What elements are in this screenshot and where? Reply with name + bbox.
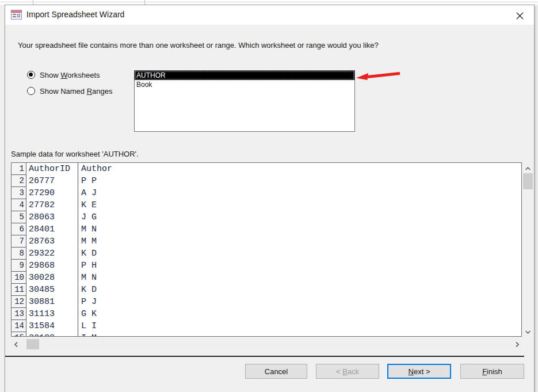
scroll-right-button[interactable] xyxy=(512,339,522,349)
cell-authorid: 30028 xyxy=(29,272,55,284)
table-row: 2 26777 P P xyxy=(12,175,521,187)
table-row: 7 28763 M M xyxy=(12,235,521,248)
radio-show-named-ranges[interactable]: Show Named Ranges xyxy=(27,86,112,96)
close-button[interactable] xyxy=(512,8,528,23)
cell-authorid: 29322 xyxy=(29,248,55,260)
row-number-cell: 13 xyxy=(11,307,26,320)
cell-authorid: 30485 xyxy=(29,284,55,296)
background-app-strip xyxy=(0,0,538,5)
vertical-scrollbar[interactable] xyxy=(523,163,533,337)
back-button[interactable]: < Back xyxy=(316,364,379,379)
screen: Import Spreadsheet Wizard Your spreadshe… xyxy=(0,0,538,392)
wizard-window-icon xyxy=(11,10,22,20)
cell-author: M M xyxy=(81,235,97,248)
row-number-cell: 5 xyxy=(11,211,26,223)
table-row: 1 AuthorID Author xyxy=(12,163,521,175)
scroll-left-button[interactable] xyxy=(11,339,21,349)
cell-author: G K xyxy=(81,308,97,320)
chevron-left-icon xyxy=(14,342,18,347)
table-row: 11 30485 K D xyxy=(12,284,521,296)
scroll-up-button[interactable] xyxy=(523,163,533,173)
cell-authorid: AuthorID xyxy=(29,163,70,175)
cell-author: K D xyxy=(81,248,97,260)
table-row: 10 30028 M N xyxy=(12,272,521,284)
table-row: 5 28063 J G xyxy=(12,211,521,223)
import-spreadsheet-wizard-dialog: Import Spreadsheet Wizard Your spreadshe… xyxy=(5,5,535,392)
table-row: 12 30881 P J xyxy=(12,296,521,308)
cell-authorid: 31584 xyxy=(29,320,55,332)
cell-authorid: 32188 xyxy=(29,332,55,337)
chevron-up-icon xyxy=(525,167,531,170)
radio-unselected-icon xyxy=(27,87,35,95)
background-divider xyxy=(33,0,33,5)
row-number-cell: 10 xyxy=(11,271,26,284)
cell-author: M N xyxy=(81,223,97,235)
close-icon xyxy=(516,12,524,20)
horizontal-scrollbar[interactable] xyxy=(11,339,522,349)
cell-author: J G xyxy=(81,211,97,223)
scroll-down-button[interactable] xyxy=(523,327,533,337)
button-area-separator xyxy=(5,356,524,357)
cell-author: P H xyxy=(81,260,97,272)
table-row: 14 31584 L I xyxy=(12,320,521,332)
table-row: 13 31113 G K xyxy=(12,308,521,320)
radio-selected-icon xyxy=(27,71,35,79)
cell-author: P P xyxy=(81,175,97,187)
cell-author: A J xyxy=(81,187,97,199)
cell-authorid: 27290 xyxy=(29,187,55,199)
window-title: Import Spreadsheet Wizard xyxy=(26,10,124,19)
table-row: 4 27782 K E xyxy=(12,199,521,211)
cell-authorid: 30881 xyxy=(29,296,55,308)
cell-author: K E xyxy=(81,199,97,211)
horizontal-scroll-thumb[interactable] xyxy=(26,339,39,349)
worksheet-list-item[interactable]: Book xyxy=(135,80,354,89)
radio-show-worksheets-label: Show Worksheets xyxy=(40,71,100,79)
worksheet-list-item[interactable]: AUTHOR xyxy=(135,71,354,80)
row-number-cell: 1 xyxy=(11,162,26,175)
worksheet-listbox[interactable]: AUTHORBook xyxy=(134,70,355,132)
row-number-cell: 6 xyxy=(11,223,26,235)
sample-data-label: Sample data for worksheet 'AUTHOR'. xyxy=(11,150,139,158)
table-row: 8 29322 K D xyxy=(12,248,521,260)
table-row: 15 32188 I M xyxy=(12,332,521,337)
chevron-right-icon xyxy=(516,342,519,347)
next-button[interactable]: Next > xyxy=(387,364,451,379)
cell-author: P J xyxy=(81,296,97,308)
cell-authorid: 26777 xyxy=(29,175,55,187)
cell-authorid: 27782 xyxy=(29,199,55,211)
vertical-scroll-thumb[interactable] xyxy=(523,173,533,189)
cancel-button[interactable]: Cancel xyxy=(245,364,307,379)
cell-author: K D xyxy=(81,284,97,296)
sample-data-grid: 1 AuthorID Author 2 26777 P P 3 27290 A … xyxy=(11,162,522,337)
cell-authorid: 28401 xyxy=(29,223,55,235)
row-number-cell: 8 xyxy=(11,247,26,260)
red-arrow-annotation xyxy=(354,70,403,82)
table-row: 6 28401 M N xyxy=(12,223,521,235)
row-number-cell: 4 xyxy=(11,199,26,211)
row-number-cell: 14 xyxy=(11,319,26,332)
cell-authorid: 28063 xyxy=(29,211,55,223)
cell-author: M N xyxy=(81,272,97,284)
row-number-cell: 7 xyxy=(11,235,26,248)
cell-author: I M xyxy=(81,332,97,337)
table-row: 9 29868 P H xyxy=(12,260,521,272)
cell-authorid: 28763 xyxy=(29,235,55,248)
instruction-text: Your spreadsheet file contains more than… xyxy=(18,41,379,50)
row-number-cell: 15 xyxy=(11,332,26,337)
table-row: 3 27290 A J xyxy=(12,187,521,199)
background-divider xyxy=(144,0,145,5)
background-divider xyxy=(0,2,538,2)
row-number-cell: 3 xyxy=(11,187,26,199)
row-number-cell: 2 xyxy=(11,174,26,187)
radio-show-named-ranges-label: Show Named Ranges xyxy=(40,87,112,96)
titlebar: Import Spreadsheet Wizard xyxy=(5,5,534,25)
finish-button[interactable]: Finish xyxy=(460,364,524,379)
cell-author: L I xyxy=(81,320,97,332)
row-number-cell: 12 xyxy=(11,295,26,308)
cell-author: Author xyxy=(81,163,112,175)
radio-show-worksheets[interactable]: Show Worksheets xyxy=(27,70,100,79)
chevron-down-icon xyxy=(525,330,531,334)
cell-authorid: 31113 xyxy=(29,308,55,320)
row-number-cell: 11 xyxy=(11,283,26,296)
grid-rows: 1 AuthorID Author 2 26777 P P 3 27290 A … xyxy=(12,163,521,337)
